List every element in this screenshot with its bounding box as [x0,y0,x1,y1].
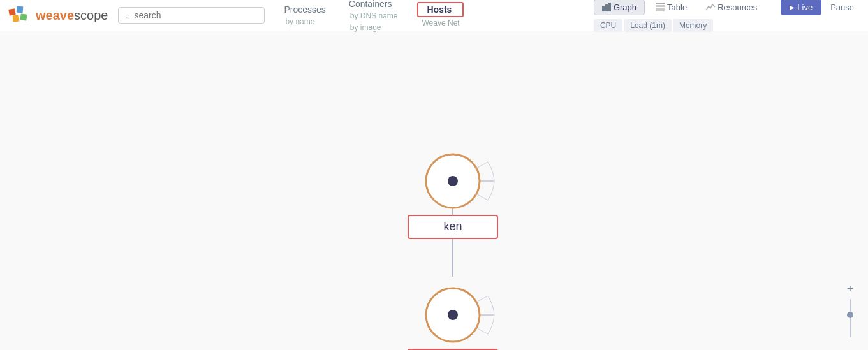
metric-load[interactable]: Load (1m) [624,19,672,32]
svg-point-15 [448,310,458,320]
nav-processes: Processes by name [280,3,329,27]
zoom-controls: + [842,281,858,337]
zoom-slider-thumb[interactable] [847,312,853,318]
svg-rect-7 [608,3,611,11]
logo-text: weavescope [36,8,108,23]
metric-memory[interactable]: Memory [673,19,713,32]
view-resources-button[interactable]: Resources [698,0,765,15]
graph-svg: ken host1 [0,34,868,350]
graph-icon [602,3,611,11]
search-icon: ⌕ [125,11,130,20]
metric-cpu[interactable]: CPU [594,19,622,32]
metric-tabs: CPU Load (1m) Memory [594,19,713,32]
zoom-plus-button[interactable]: + [842,281,858,296]
pause-button[interactable]: Pause [824,0,860,15]
nav-containers-byimage[interactable]: by image [345,22,402,33]
nav-processes-byname[interactable]: by name [280,16,329,27]
svg-rect-1 [8,8,16,16]
view-graph-button[interactable]: Graph [594,0,645,15]
svg-point-13 [448,176,458,186]
svg-rect-3 [13,15,20,22]
label-ken: ken [443,220,462,233]
svg-rect-9 [656,5,665,7]
nav-hosts: Hosts Weave Net [417,2,464,29]
zoom-slider-track [850,299,851,337]
svg-rect-8 [656,3,665,4]
svg-rect-5 [602,6,605,11]
table-icon [656,3,665,11]
view-table-button[interactable]: Table [647,0,695,15]
header: weavescope ⌕ Processes by name Container… [0,0,868,31]
logo: weavescope [8,4,108,27]
node-ken[interactable] [426,154,494,208]
logo-icon [8,4,31,27]
live-button[interactable]: ▶ Live [781,0,821,15]
search-input[interactable] [134,10,258,20]
nav-hosts-weavenet[interactable]: Weave Net [417,17,464,29]
svg-rect-4 [20,13,27,21]
graph-area: ken host1 + [0,34,868,350]
svg-rect-2 [17,6,24,13]
nav-containers-label[interactable]: Containers [345,0,402,10]
node-host1[interactable] [426,288,494,342]
toolbar-right: Graph Table Resources [594,0,860,32]
svg-rect-10 [656,8,665,10]
svg-rect-6 [605,4,608,11]
play-icon: ▶ [790,4,795,11]
nav-containers: Containers by DNS name by image [345,0,402,33]
search-box[interactable]: ⌕ [118,7,265,24]
nav-hosts-label[interactable]: Hosts [417,2,464,17]
nav-processes-label[interactable]: Processes [280,3,329,16]
resources-icon [706,3,715,11]
svg-rect-11 [656,10,665,11]
nav-containers-bydns[interactable]: by DNS name [345,10,402,22]
